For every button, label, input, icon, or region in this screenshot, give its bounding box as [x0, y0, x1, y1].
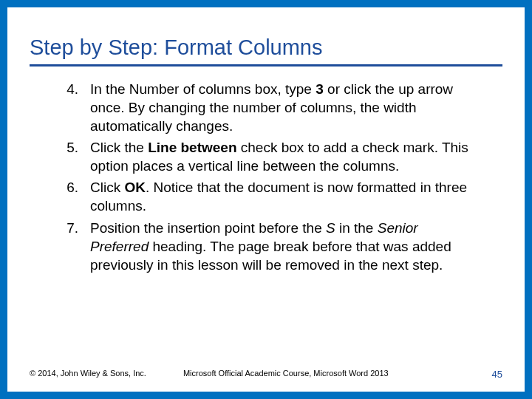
slide-body: Step by Step: Format Columns 4. In the N… — [7, 7, 525, 392]
step-text: Click the Line between check box to add … — [90, 138, 473, 175]
step-text: Click OK. Notice that the document is no… — [90, 178, 473, 215]
step-number: 7. — [59, 219, 90, 274]
step-number: 5. — [59, 138, 90, 175]
step-number: 6. — [59, 178, 90, 215]
step-list: 4. In the Number of columns box, type 3 … — [30, 80, 502, 274]
slide-frame: Step by Step: Format Columns 4. In the N… — [0, 0, 532, 399]
slide-footer: © 2014, John Wiley & Sons, Inc. Microsof… — [30, 369, 502, 380]
step-item: 7. Position the insertion point before t… — [59, 219, 473, 274]
slide-title: Step by Step: Format Columns — [30, 35, 502, 66]
step-item: 6. Click OK. Notice that the document is… — [59, 178, 473, 215]
step-item: 5. Click the Line between check box to a… — [59, 138, 473, 175]
step-number: 4. — [59, 80, 90, 135]
step-item: 4. In the Number of columns box, type 3 … — [59, 80, 473, 135]
footer-copyright: © 2014, John Wiley & Sons, Inc. — [30, 369, 183, 380]
footer-center: Microsoft Official Academic Course, Micr… — [183, 369, 492, 380]
step-text: Position the insertion point before the … — [90, 219, 473, 274]
step-text: In the Number of columns box, type 3 or … — [90, 80, 473, 135]
footer-page: 45 — [492, 369, 502, 380]
